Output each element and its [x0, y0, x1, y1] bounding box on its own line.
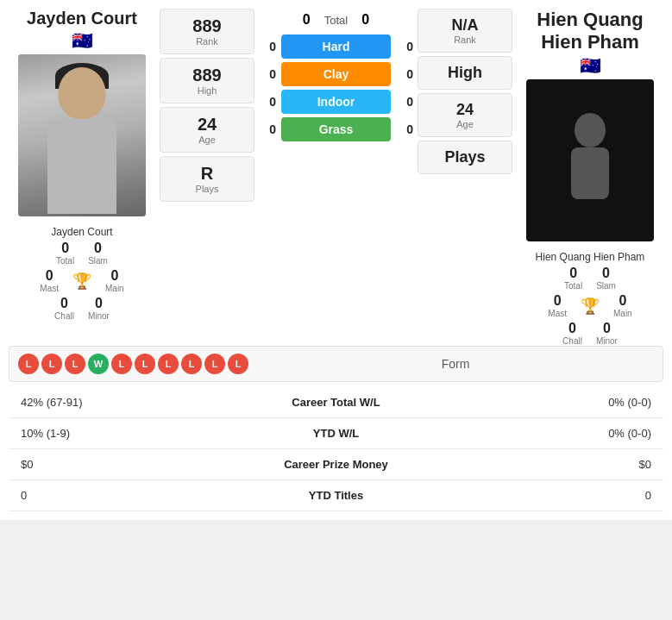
- left-total-stat: 0 Total: [56, 241, 74, 266]
- form-badge-l: L: [135, 354, 155, 374]
- right-player-silhouette: [556, 113, 625, 208]
- age-value: 24: [198, 115, 217, 135]
- left-mast-stat: 0 Mast: [40, 268, 59, 293]
- career-stat-row: 42% (67-91) Career Total W/L 0% (0-0): [9, 387, 663, 418]
- right-high-box: High: [418, 56, 512, 90]
- right-player-name: Hien Quang Hien Pham: [517, 9, 663, 53]
- left-trophy-icon: 🏆: [72, 272, 91, 291]
- left-player-name-section: Jayden Court 🇦🇺: [9, 9, 155, 51]
- right-slam-stat: 0 Slam: [596, 266, 616, 291]
- rank-box: 889 Rank: [160, 9, 254, 54]
- rank-label: Rank: [196, 36, 218, 47]
- surface-row-indoor: 0 Indoor 0: [259, 90, 413, 114]
- right-player-stats: Hien Quang Hien Pham 0 Total 0 Slam 0: [517, 246, 663, 346]
- surface-row-clay: 0 Clay 0: [259, 62, 413, 86]
- right-stats-row2: 0 Mast 🏆 0 Main: [548, 293, 631, 318]
- clay-score-left: 0: [259, 67, 276, 81]
- left-main-stat: 0 Main: [105, 268, 124, 293]
- left-player-stats: Jayden Court 0 Total 0 Slam 0 Mast: [9, 221, 155, 321]
- stat-right-val: 0% (0-0): [434, 418, 663, 449]
- career-stat-row: $0 Career Prize Money $0: [9, 449, 663, 480]
- form-badge-l: L: [204, 354, 225, 374]
- total-score-right: 0: [361, 12, 369, 28]
- right-minor-label: Minor: [596, 336, 618, 346]
- grass-score-right: 0: [396, 122, 413, 136]
- form-badge-l: L: [18, 354, 39, 374]
- svg-rect-1: [571, 147, 609, 199]
- top-section: Jayden Court 🇦🇺 Jayden Court 0 Total: [9, 9, 663, 346]
- right-rank-value: N/A: [452, 16, 479, 34]
- right-minor-value: 0: [603, 321, 611, 336]
- form-badge-w: W: [88, 354, 109, 374]
- right-stats-row1: 0 Total 0 Slam: [564, 266, 616, 291]
- right-total-label: Total: [564, 281, 582, 291]
- left-stats-row3: 0 Chall 0 Minor: [54, 296, 110, 321]
- plays-label: Plays: [196, 184, 219, 194]
- right-mast-value: 0: [554, 293, 562, 309]
- stat-right-val: 0: [434, 480, 663, 511]
- left-total-label: Total: [56, 256, 74, 266]
- left-minor-value: 0: [95, 296, 103, 311]
- indoor-button[interactable]: Indoor: [281, 90, 391, 114]
- right-stats-row3: 0 Chall 0 Minor: [562, 321, 618, 346]
- left-total-value: 0: [61, 241, 69, 256]
- career-stats-table: 42% (67-91) Career Total W/L 0% (0-0) 10…: [9, 387, 663, 511]
- right-slam-value: 0: [602, 266, 610, 281]
- right-chall-stat: 0 Chall: [562, 321, 582, 346]
- clay-button[interactable]: Clay: [281, 62, 391, 86]
- hard-score-left: 0: [259, 40, 276, 53]
- stat-right-val: 0% (0-0): [434, 387, 663, 418]
- high-value: 889: [192, 66, 221, 85]
- right-trophy-icon: 🏆: [581, 297, 600, 316]
- hard-button[interactable]: Hard: [281, 34, 391, 59]
- right-player-name-section: Hien Quang Hien Pham 🇦🇺: [517, 9, 663, 76]
- grass-score-left: 0: [259, 122, 276, 136]
- right-trophy-icon-container: 🏆: [581, 297, 600, 316]
- career-stat-row: 10% (1-9) YTD W/L 0% (0-0): [9, 418, 663, 449]
- right-total-stat: 0 Total: [564, 266, 582, 291]
- right-player-photo: [526, 79, 654, 241]
- right-player-column: Hien Quang Hien Pham 🇦🇺 Hien Quang Hien …: [517, 9, 663, 346]
- left-chall-label: Chall: [54, 311, 74, 321]
- left-slam-stat: 0 Slam: [88, 241, 108, 266]
- plays-box: R Plays: [160, 156, 254, 202]
- head-shape: [59, 67, 106, 119]
- rank-value: 889: [192, 16, 221, 36]
- stat-center-label: YTD W/L: [238, 418, 435, 449]
- left-mast-value: 0: [46, 268, 53, 284]
- body-shape: [47, 119, 116, 214]
- high-label: High: [198, 85, 217, 96]
- right-age-value: 24: [456, 101, 474, 119]
- right-age-label: Age: [456, 119, 474, 129]
- right-high-value: High: [448, 64, 482, 82]
- left-player-name: Jayden Court: [9, 9, 155, 28]
- right-age-box: 24 Age: [418, 93, 512, 137]
- right-plays-box: Plays: [418, 141, 512, 174]
- form-badge-l: L: [228, 354, 248, 374]
- grass-button[interactable]: Grass: [281, 117, 391, 141]
- surface-section: 0 Total 0 0 Hard 0 0 Clay 0 0 Indoor 0: [259, 9, 413, 141]
- high-box: 889 High: [160, 58, 254, 103]
- plays-value: R: [201, 164, 213, 184]
- stat-left-val: $0: [9, 449, 238, 480]
- hard-score-right: 0: [396, 40, 413, 53]
- stat-center-label: Career Prize Money: [238, 449, 435, 480]
- right-rank-label: Rank: [454, 34, 476, 45]
- stat-left-val: 42% (67-91): [9, 387, 238, 418]
- stat-center-label: Career Total W/L: [238, 387, 435, 418]
- left-main-value: 0: [110, 268, 118, 284]
- stat-right-val: $0: [434, 449, 663, 480]
- middle-right-stats: N/A Rank High 24 Age Plays: [418, 9, 512, 174]
- right-minor-stat: 0 Minor: [596, 321, 618, 346]
- middle-left-stats: 889 Rank 889 High 24 Age R Plays: [160, 9, 254, 202]
- form-badge-l: L: [65, 354, 85, 374]
- left-trophy-icon-container: 🏆: [72, 272, 91, 291]
- form-badge-l: L: [41, 354, 62, 374]
- form-badge-l: L: [111, 354, 132, 374]
- right-chall-label: Chall: [562, 336, 582, 346]
- right-mast-stat: 0 Mast: [548, 293, 567, 318]
- career-stat-row: 0 YTD Titles 0: [9, 480, 663, 511]
- form-badge-l: L: [181, 354, 202, 374]
- left-minor-stat: 0 Minor: [88, 296, 110, 321]
- left-stats-row1: 0 Total 0 Slam: [56, 241, 108, 266]
